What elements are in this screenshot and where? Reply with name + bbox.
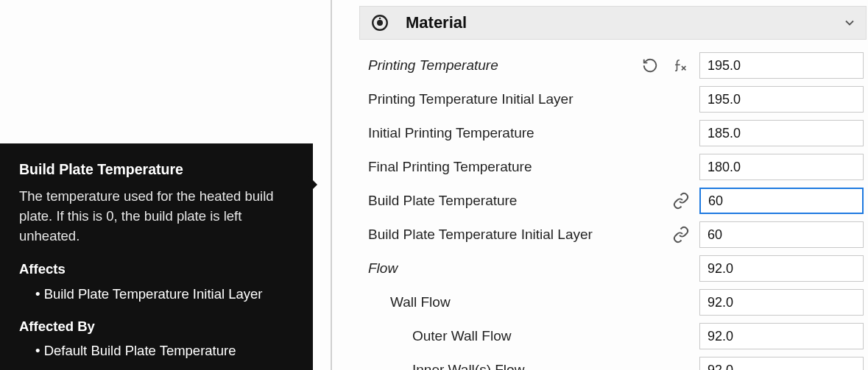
- setting-input-wrap: %: [699, 255, 864, 282]
- action-slot-empty: [635, 223, 666, 246]
- action-slot-empty: [635, 189, 666, 213]
- setting-input-build-plate-temperature-initial-layer[interactable]: [708, 227, 868, 243]
- action-slot-empty: [666, 324, 696, 348]
- setting-input-wrap: %: [699, 357, 864, 370]
- setting-row-printing-temperature-initial-layer: Printing Temperature Initial Layer °C: [359, 82, 867, 116]
- setting-row-initial-printing-temperature: Initial Printing Temperature °C: [359, 116, 867, 150]
- link-icon[interactable]: [666, 223, 696, 246]
- section-header-material[interactable]: Material: [359, 6, 867, 40]
- setting-label: Inner Wall(s) Flow: [368, 362, 635, 370]
- setting-input-wrap: °C: [699, 52, 864, 79]
- action-slot-empty: [666, 257, 696, 280]
- tooltip-affects-item: Build Plate Temperature Initial Layer: [35, 285, 295, 304]
- action-slot-empty: [635, 324, 666, 348]
- svg-point-1: [378, 21, 382, 25]
- action-slot-empty: [666, 291, 696, 314]
- setting-input-build-plate-temperature[interactable]: [708, 193, 868, 209]
- tooltip-description: The temperature used for the heated buil…: [19, 187, 295, 246]
- setting-row-flow: Flow %: [359, 252, 867, 285]
- section-title: Material: [406, 13, 828, 32]
- action-slot-empty: [635, 121, 666, 145]
- setting-input-wall-flow[interactable]: [708, 295, 868, 310]
- setting-label: Build Plate Temperature: [368, 193, 635, 209]
- tooltip-title: Build Plate Temperature: [19, 160, 295, 179]
- link-icon[interactable]: [666, 189, 696, 213]
- action-slot-empty: [666, 155, 696, 179]
- action-slot-empty: [666, 358, 696, 370]
- panel-divider: [331, 0, 332, 370]
- action-slot-empty: [666, 121, 696, 145]
- action-slot-empty: [635, 358, 666, 370]
- settings-panel: Material Printing Temperature °C Printin…: [359, 6, 867, 370]
- setting-input-wrap: °C: [699, 188, 864, 214]
- setting-input-wrap: °C: [699, 120, 864, 146]
- reset-button[interactable]: [635, 54, 666, 77]
- svg-point-2: [379, 18, 381, 20]
- setting-input-wrap: °C: [699, 221, 864, 248]
- action-slot-empty: [635, 257, 666, 280]
- setting-label: Printing Temperature: [368, 57, 635, 74]
- setting-input-final-printing-temperature[interactable]: [708, 160, 868, 175]
- formula-button[interactable]: [666, 54, 696, 77]
- setting-row-outer-wall-flow: Outer Wall Flow %: [359, 319, 867, 353]
- setting-row-final-printing-temperature: Final Printing Temperature °C: [359, 150, 867, 184]
- setting-label: Flow: [368, 260, 635, 277]
- action-slot-empty: [635, 291, 666, 314]
- setting-row-wall-flow: Wall Flow %: [359, 285, 867, 319]
- setting-row-printing-temperature: Printing Temperature °C: [359, 49, 867, 82]
- setting-label: Outer Wall Flow: [368, 328, 635, 344]
- setting-input-wrap: %: [699, 323, 864, 349]
- setting-input-flow[interactable]: [708, 261, 868, 277]
- action-slot-empty: [666, 88, 696, 111]
- setting-tooltip: Build Plate Temperature The temperature …: [0, 143, 313, 370]
- tooltip-affected-by-item: Default Build Plate Temperature: [35, 341, 295, 360]
- setting-input-printing-temperature[interactable]: [708, 58, 868, 74]
- setting-input-wrap: °C: [699, 154, 864, 180]
- setting-input-wrap: °C: [699, 86, 864, 113]
- setting-label: Build Plate Temperature Initial Layer: [368, 227, 635, 243]
- setting-input-printing-temperature-initial-layer[interactable]: [708, 92, 868, 107]
- setting-row-build-plate-temperature-initial-layer: Build Plate Temperature Initial Layer °C: [359, 218, 867, 252]
- tooltip-affected-by-label: Affected By: [19, 317, 295, 336]
- action-slot-empty: [635, 155, 666, 179]
- setting-label: Final Printing Temperature: [368, 159, 635, 175]
- material-spool-icon: [369, 12, 391, 34]
- setting-input-wrap: %: [699, 289, 864, 316]
- setting-input-initial-printing-temperature[interactable]: [708, 126, 868, 141]
- tooltip-affects-label: Affects: [19, 260, 295, 279]
- setting-label: Printing Temperature Initial Layer: [368, 91, 635, 107]
- setting-row-build-plate-temperature: Build Plate Temperature °C: [359, 184, 867, 218]
- setting-label: Initial Printing Temperature: [368, 125, 635, 141]
- action-slot-empty: [635, 88, 666, 111]
- setting-label: Wall Flow: [368, 294, 635, 310]
- setting-input-inner-wall-flow[interactable]: [708, 363, 868, 371]
- setting-input-outer-wall-flow[interactable]: [708, 329, 868, 344]
- chevron-down-icon: [842, 15, 857, 30]
- setting-row-inner-wall-flow: Inner Wall(s) Flow %: [359, 353, 867, 370]
